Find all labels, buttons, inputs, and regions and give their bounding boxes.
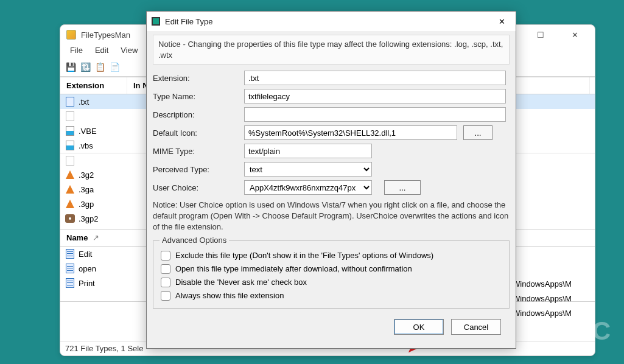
mime-label: MIME Type: xyxy=(153,147,244,156)
column-name[interactable]: Name ↗ xyxy=(60,229,133,246)
menu-file[interactable]: File xyxy=(64,44,89,58)
extension-label: .3g2 xyxy=(79,170,94,180)
action-icon xyxy=(66,264,74,273)
extension-field[interactable] xyxy=(244,71,506,85)
blank-file-icon xyxy=(66,111,74,121)
perceived-type-select[interactable]: text xyxy=(244,162,372,177)
disable-never-label: Disable the 'Never ask me' check box xyxy=(175,278,307,287)
type-name-field[interactable] xyxy=(244,89,506,103)
edit-file-type-dialog: Edit File Type ✕ Notice - Changing the p… xyxy=(146,11,516,349)
properties-icon[interactable]: 📄 xyxy=(108,60,121,74)
dialog-titlebar: Edit File Type ✕ xyxy=(147,12,516,31)
vlc-cone-icon xyxy=(66,170,74,179)
cancel-button[interactable]: Cancel xyxy=(451,319,501,335)
script-icon xyxy=(66,141,74,150)
perceived-label: Perceived Type: xyxy=(153,165,244,174)
extension-label: Extension: xyxy=(153,74,244,83)
menu-view[interactable]: View xyxy=(114,44,144,58)
column-extension[interactable]: Extension xyxy=(60,77,127,94)
extension-label: .VBE xyxy=(79,127,97,136)
maximize-button[interactable]: ☐ xyxy=(527,26,555,43)
type-name-label: Type Name: xyxy=(153,92,244,101)
menu-edit[interactable]: Edit xyxy=(89,44,114,58)
exclude-label: Exclude this file type (Don't show it in… xyxy=(175,251,433,260)
extension-label: .3gp xyxy=(79,200,94,209)
action-label: open xyxy=(79,264,96,273)
extension-label: .vbs xyxy=(79,141,93,150)
default-icon-label: Default Icon: xyxy=(153,128,244,138)
extension-label: .3gp2 xyxy=(79,214,99,223)
app-icon xyxy=(66,30,76,40)
open-immediate-label: Open this file type immediately after do… xyxy=(175,264,412,273)
copy-icon[interactable]: 📋 xyxy=(93,60,107,74)
app-title: FileTypesMan xyxy=(81,30,130,40)
open-immediate-checkbox[interactable] xyxy=(161,264,170,274)
user-choice-notice: Notice: User Choice option is used on Wi… xyxy=(153,200,510,233)
default-icon-field[interactable] xyxy=(244,125,457,140)
always-show-checkbox[interactable] xyxy=(161,291,170,301)
script-icon xyxy=(66,126,74,136)
vlc-cone-icon xyxy=(66,200,74,208)
default-icon-browse-button[interactable]: ... xyxy=(463,125,493,140)
user-choice-browse-button[interactable]: ... xyxy=(384,180,421,195)
dialog-close-button[interactable]: ✕ xyxy=(493,14,511,29)
extension-label: .txt xyxy=(79,97,89,107)
description-field[interactable] xyxy=(244,107,506,122)
ok-button[interactable]: OK xyxy=(394,319,444,335)
refresh-icon[interactable]: 🔃 xyxy=(79,60,92,74)
gimp-icon xyxy=(65,214,75,223)
always-show-label: Always show this file extension xyxy=(175,291,284,300)
description-label: Description: xyxy=(153,110,244,119)
action-icon xyxy=(66,249,74,259)
extension-label: .3ga xyxy=(79,185,94,194)
close-button[interactable]: ✕ xyxy=(561,26,589,43)
vlc-cone-icon xyxy=(66,185,74,194)
dialog-notice: Notice - Changing the properties of this… xyxy=(153,35,510,65)
dialog-title: Edit File Type xyxy=(165,17,213,26)
user-choice-select[interactable]: AppX4ztfk9wxr86nxmzzq47px xyxy=(244,180,372,195)
text-file-icon xyxy=(66,97,74,107)
advanced-options-legend: Advanced Options xyxy=(160,236,229,245)
save-icon[interactable]: 💾 xyxy=(64,60,77,74)
mime-field[interactable] xyxy=(244,144,372,158)
blank-file-icon xyxy=(66,156,74,166)
disable-never-checkbox[interactable] xyxy=(161,278,170,287)
action-label: Edit xyxy=(79,250,92,259)
advanced-options-group: Advanced Options Exclude this file type … xyxy=(153,240,510,309)
exclude-checkbox[interactable] xyxy=(161,251,170,261)
action-icon xyxy=(66,278,74,288)
user-choice-label: User Choice: xyxy=(153,183,244,192)
action-label: Print xyxy=(79,279,95,288)
action-right-values: WindowsApps\M WindowsApps\M WindowsApps\… xyxy=(513,277,572,321)
dialog-icon xyxy=(152,17,160,26)
